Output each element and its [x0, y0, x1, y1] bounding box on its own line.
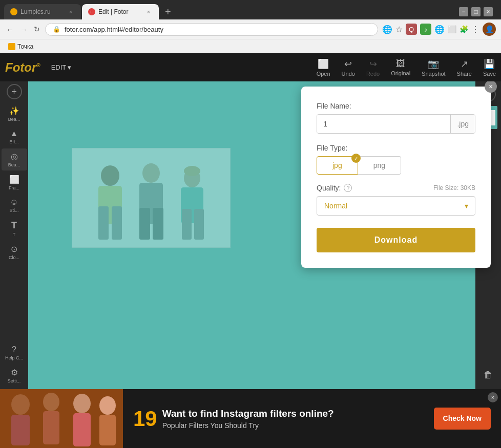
- sidebar-item-effects[interactable]: ▲ Eff...: [2, 126, 27, 147]
- browser-actions: 🌐 ☆ Q ♪ 🌐 ⬜ 🧩 ⋮ 👤: [382, 23, 496, 36]
- bookmark-item[interactable]: Точка: [6, 42, 35, 51]
- effects-icon: ▲: [10, 129, 18, 138]
- banner-content: 19 Want to find Instagram filters online…: [123, 403, 434, 435]
- file-size-label: File Size: 30KB: [433, 184, 475, 191]
- snapshot-action[interactable]: 📷 Snapshot: [422, 58, 445, 77]
- close-window-button[interactable]: ×: [484, 7, 493, 16]
- open-icon: ⬜: [318, 58, 329, 70]
- tab-favicon-lumpics: [10, 8, 17, 15]
- extension-music-icon[interactable]: ♪: [420, 24, 431, 35]
- sidebar-add-button[interactable]: +: [7, 84, 22, 99]
- svg-point-21: [73, 394, 91, 413]
- download-button[interactable]: Download: [317, 228, 475, 252]
- beauty2-icon: ◎: [11, 152, 18, 161]
- tab-close-fotor[interactable]: ×: [144, 8, 153, 16]
- quality-header: Quality: ? File Size: 30KB: [317, 184, 475, 192]
- edit-menu-button[interactable]: EDIT ▾: [47, 61, 76, 73]
- banner-image: [0, 389, 123, 448]
- share-action[interactable]: ↗ Share: [457, 58, 472, 77]
- sidebar-item-help[interactable]: ? Help C...: [2, 342, 27, 364]
- undo-label: Undo: [342, 71, 355, 77]
- refresh-button[interactable]: ↻: [33, 24, 41, 34]
- sidebar-item-clone[interactable]: ⊙ Clo...: [2, 241, 27, 263]
- clone-icon: ⊙: [11, 244, 17, 254]
- tab-label-fotor: Edit | Fotor: [98, 8, 128, 15]
- app-toolbar: Fotor® EDIT ▾ ⬜ Open ↩ Undo ↪ Redo 🖼 Ori…: [0, 53, 501, 81]
- sidebar-effects-label: Eff...: [9, 139, 18, 144]
- undo-icon: ↩: [344, 58, 352, 70]
- sidebar-settings-label: Setti...: [8, 378, 21, 383]
- quality-label-row: Quality: ?: [317, 184, 352, 192]
- lock-icon: 🔒: [53, 26, 60, 33]
- right-panel-trash-icon[interactable]: 🗑: [479, 366, 497, 384]
- tab-lumpics[interactable]: Lumpics.ru ×: [4, 4, 81, 19]
- svg-point-19: [43, 393, 59, 411]
- sidebar-item-beauty2[interactable]: ◎ Bea...: [2, 148, 27, 170]
- tab-fotor[interactable]: F Edit | Fotor ×: [82, 4, 159, 19]
- open-label: Open: [317, 71, 330, 77]
- help-icon-sidebar: ?: [12, 345, 16, 354]
- svg-rect-20: [43, 411, 59, 444]
- sticker-icon: ☺: [10, 198, 18, 207]
- original-action[interactable]: 🖼 Original: [391, 58, 410, 76]
- tab-label-lumpics: Lumpics.ru: [20, 8, 51, 15]
- sidebar-item-settings[interactable]: ⚙ Setti...: [2, 365, 27, 387]
- png-type-button[interactable]: png: [358, 156, 401, 175]
- extensions-icon[interactable]: 🧩: [460, 25, 468, 33]
- more-options-icon[interactable]: ⋮: [471, 25, 479, 34]
- file-extension: .jpg: [450, 115, 475, 133]
- svg-rect-24: [99, 415, 116, 445]
- sidebar-item-text[interactable]: T T: [2, 217, 27, 240]
- redo-icon: ↪: [369, 58, 377, 70]
- save-dialog: × File Name: .jpg File Type: jpg ✓ png: [301, 87, 491, 268]
- banner-close-button[interactable]: ×: [488, 392, 498, 402]
- redo-action[interactable]: ↪ Redo: [366, 58, 380, 77]
- avatar[interactable]: 👤: [483, 23, 496, 36]
- quality-select-wrapper: Normal High Low ▾: [317, 196, 475, 216]
- tab-favicon-fotor: F: [88, 8, 95, 15]
- share-icon: ↗: [461, 58, 468, 70]
- file-name-input[interactable]: [317, 115, 450, 133]
- bookmark-star-icon[interactable]: ☆: [395, 25, 403, 34]
- window-controls: − □ ×: [459, 7, 497, 16]
- back-button[interactable]: ←: [5, 24, 15, 35]
- sidebar-item-frames[interactable]: ⬜ Fra...: [2, 172, 27, 194]
- check-now-button[interactable]: Check Now: [434, 408, 491, 429]
- address-bar[interactable]: 🔒 fotor.com/app.html#/editor/beauty: [45, 23, 378, 36]
- svg-point-23: [99, 396, 116, 415]
- snapshot-icon: 📷: [428, 58, 439, 70]
- save-action[interactable]: 💾 Save: [483, 58, 496, 77]
- share-label: Share: [457, 71, 472, 77]
- jpg-checkmark-icon: ✓: [351, 154, 361, 163]
- beauty-icon: ✨: [9, 106, 19, 116]
- logo-sup: ®: [36, 62, 40, 68]
- maximize-button[interactable]: □: [471, 7, 481, 16]
- banner-subtitle: Popular Filters You Should Try: [162, 421, 424, 430]
- new-tab-button[interactable]: +: [160, 7, 176, 17]
- translate-icon[interactable]: 🌐: [382, 25, 392, 34]
- sidebar-item-beauty[interactable]: ✨ Bea...: [2, 103, 27, 125]
- undo-action[interactable]: ↩ Undo: [342, 58, 355, 77]
- snapshot-label: Snapshot: [422, 71, 445, 77]
- forward-button[interactable]: →: [19, 24, 29, 35]
- extension-q4-icon[interactable]: Q: [406, 24, 417, 35]
- quality-help-icon[interactable]: ?: [344, 184, 352, 192]
- address-bar-row: ← → ↻ 🔒 fotor.com/app.html#/editor/beaut…: [0, 19, 501, 39]
- sidebar-item-sticker[interactable]: ☺ Sti...: [2, 195, 27, 216]
- jpg-type-button[interactable]: jpg ✓: [317, 156, 358, 175]
- file-name-label: File Name:: [317, 102, 475, 110]
- url-text: fotor.com/app.html#/editor/beauty: [65, 26, 163, 33]
- open-action[interactable]: ⬜ Open: [317, 58, 330, 77]
- quality-select[interactable]: Normal High Low: [317, 196, 475, 216]
- svg-point-17: [11, 394, 30, 415]
- banner-title: Want to find Instagram filters online?: [162, 408, 424, 419]
- extension-globe-icon[interactable]: 🌐: [434, 25, 445, 34]
- tab-close-lumpics[interactable]: ×: [67, 8, 75, 16]
- banner-number: 19: [133, 408, 157, 430]
- chevron-down-icon: ▾: [68, 63, 71, 71]
- sidebar-help-label: Help C...: [5, 355, 23, 360]
- extension-tab-icon[interactable]: ⬜: [448, 25, 456, 33]
- sidebar-frames-label: Fra...: [9, 185, 19, 190]
- sidebar-clone-label: Clo...: [9, 255, 19, 260]
- minimize-button[interactable]: −: [459, 7, 468, 16]
